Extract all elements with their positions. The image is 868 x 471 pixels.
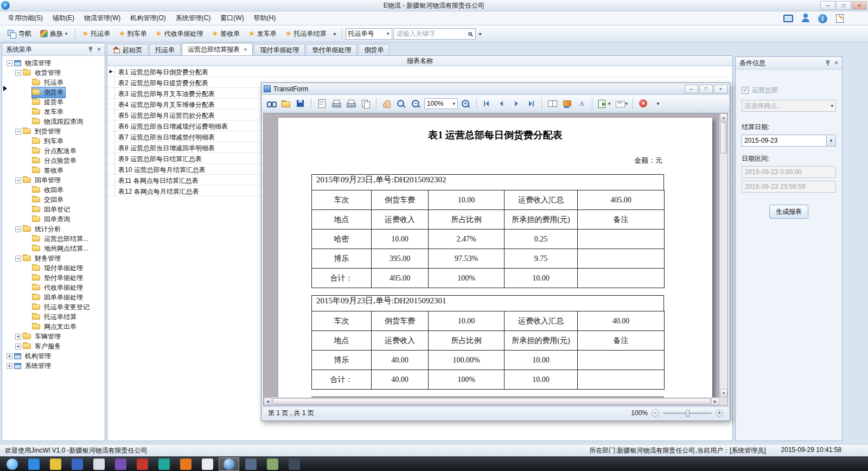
zoom-out-button[interactable]: − (652, 409, 659, 417)
taskbar-icon[interactable] (284, 457, 304, 471)
transit-form-titlebar[interactable]: TransitForm ─ □ × (261, 83, 730, 95)
collapse-icon[interactable]: − (15, 70, 21, 76)
tree-item[interactable]: 运营总部结算... (2, 234, 105, 244)
background-color-button[interactable] (560, 98, 573, 109)
collapse-icon[interactable]: − (15, 129, 21, 135)
document-tab[interactable]: 现付单据处理 (254, 44, 305, 55)
navigation-button[interactable]: 导航 (3, 27, 35, 41)
favorite-button[interactable]: ★发车单 (245, 27, 280, 41)
tree-item[interactable]: +机构管理 (2, 351, 105, 361)
tree-item[interactable]: −到货管理 (2, 126, 105, 136)
tree-item[interactable]: 倒货单 (2, 87, 105, 97)
tab-close-icon[interactable]: × (244, 46, 247, 53)
scrollbar-thumb[interactable] (272, 398, 711, 405)
zoom-in-button[interactable]: + (716, 409, 723, 417)
menu-item[interactable]: 常用功能(S) (3, 11, 48, 26)
tree-item[interactable]: 现付单据处理 (2, 263, 105, 273)
tree-item[interactable]: 提货单 (2, 97, 105, 107)
tree-item[interactable]: 托运单结算 (2, 312, 105, 322)
prev-page-button[interactable] (495, 98, 508, 109)
collapse-icon[interactable]: − (15, 256, 21, 262)
next-page-button[interactable] (510, 98, 523, 109)
taskbar-icon[interactable] (67, 457, 87, 471)
open-button[interactable] (279, 98, 292, 109)
scroll-down-icon[interactable]: ▼ (720, 389, 727, 397)
scrollbar-thumb[interactable] (720, 122, 727, 154)
minimize-button[interactable]: ─ (820, 1, 835, 10)
tree-item[interactable]: 托运单 (2, 78, 105, 87)
expand-icon[interactable]: + (15, 334, 21, 340)
pin-icon[interactable] (88, 46, 93, 53)
document-tab[interactable]: 垫付单据处理 (306, 44, 357, 55)
generate-report-button[interactable]: 生成报表 (769, 205, 808, 219)
tree-item[interactable]: 垫付单据处理 (2, 273, 105, 283)
scroll-up-icon[interactable]: ▲ (720, 113, 727, 122)
maximize-button[interactable]: □ (836, 1, 851, 10)
print-button[interactable] (330, 98, 343, 109)
close-panel-icon[interactable]: × (834, 60, 838, 66)
user-icon[interactable] (800, 13, 811, 24)
tree-item[interactable]: 网点支出单 (2, 322, 105, 332)
last-page-button[interactable] (525, 98, 538, 109)
menu-item[interactable]: 辅助(E) (48, 11, 79, 26)
info-icon[interactable] (818, 14, 827, 23)
taskbar-icon[interactable] (240, 457, 261, 471)
magnifier-button[interactable] (395, 98, 408, 109)
tree-item[interactable]: −回单管理 (2, 175, 105, 185)
tree-item[interactable]: 回单登记 (2, 205, 105, 214)
collapse-icon[interactable]: − (15, 226, 21, 232)
tree-item[interactable]: 签收单 (2, 166, 105, 175)
multi-page-button[interactable] (546, 98, 559, 109)
menu-item[interactable]: 窗口(W) (215, 11, 248, 26)
expand-icon[interactable]: + (7, 363, 12, 369)
document-tab[interactable]: 托运单 (149, 44, 181, 55)
favorite-button[interactable]: ★签收单 (208, 27, 244, 41)
close-button[interactable]: × (852, 1, 867, 10)
close-button[interactable]: × (714, 85, 727, 93)
print-direct-button[interactable] (344, 98, 358, 109)
settle-date-picker[interactable]: 2015-09-23 ▾ (742, 135, 836, 147)
pin-icon[interactable] (825, 60, 831, 66)
report-list-row[interactable]: ▶表1 运营总部每日倒货费分配表 (107, 66, 732, 77)
save-button[interactable] (294, 98, 307, 109)
menu-item[interactable]: 机构管理(O) (125, 11, 170, 26)
monitor-icon[interactable] (782, 13, 793, 24)
page-setup-button[interactable] (315, 98, 328, 109)
tree-item[interactable]: +系统管理 (2, 361, 105, 371)
copy-page-button[interactable] (359, 98, 372, 109)
menu-item[interactable]: 系统管理(C) (171, 11, 216, 26)
zoom-level-combo[interactable]: 100%▾ (424, 98, 458, 109)
vertical-scrollbar[interactable]: ▲ ▼ (719, 113, 727, 397)
taskbar-icon[interactable] (175, 457, 196, 471)
close-panel-icon[interactable]: × (97, 47, 101, 52)
favorite-button[interactable]: ★代收单据处理 (152, 27, 207, 41)
start-button[interactable] (2, 457, 22, 471)
customize-more-button[interactable] (652, 98, 665, 109)
tree-item[interactable]: −统计分析 (2, 224, 105, 234)
search-button[interactable] (265, 98, 278, 109)
scroll-right-icon[interactable]: ▶ (711, 398, 719, 405)
tree-item[interactable]: −物流管理 (2, 58, 105, 68)
export-document-button[interactable]: ▾ (596, 98, 612, 109)
collapse-icon[interactable]: − (7, 60, 12, 66)
tree-item[interactable]: +车辆管理 (2, 332, 105, 341)
hq-checkbox[interactable] (742, 87, 749, 94)
calendar-dropdown-button[interactable]: ▾ (826, 135, 835, 146)
tree-item[interactable]: 交回单 (2, 195, 105, 205)
zoom-slider[interactable] (663, 412, 712, 414)
tree-item[interactable]: 分点配送单 (2, 146, 105, 156)
notes-icon[interactable] (834, 13, 845, 24)
menu-item[interactable]: 物流管理(W) (79, 11, 125, 26)
hand-tool-button[interactable] (380, 98, 393, 109)
tree-item[interactable]: −财务管理 (2, 253, 105, 263)
taskbar-icon[interactable] (88, 457, 109, 471)
document-tab[interactable]: 倒货单 (358, 44, 390, 55)
skin-button[interactable]: 换肤 ▾ (36, 27, 72, 41)
tree-item[interactable]: 物流跟踪查询 (2, 117, 105, 126)
document-tab[interactable]: 起始页 (107, 44, 148, 55)
tree-item[interactable]: 地州网点结算... (2, 244, 105, 253)
hq-checkbox-row[interactable]: 运营总部 (742, 86, 836, 95)
taskbar-icon[interactable] (132, 457, 152, 471)
maximize-button[interactable]: □ (699, 85, 713, 93)
expand-icon[interactable]: + (15, 343, 21, 349)
